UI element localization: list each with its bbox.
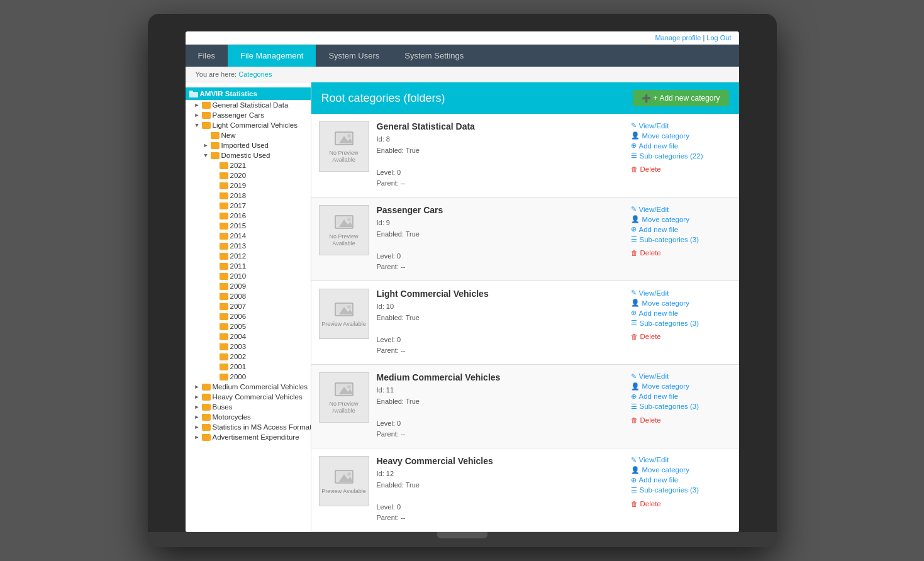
sub-categories-link[interactable]: ☰Sub-categories (3) — [631, 319, 732, 327]
sidebar-item[interactable]: 2003 — [186, 342, 311, 352]
sidebar-item[interactable]: ►Buses — [186, 402, 311, 412]
folder-icon — [202, 394, 211, 401]
view-edit-link[interactable]: ✎View/Edit — [631, 456, 732, 464]
sidebar-item-label: 2013 — [230, 242, 247, 250]
sidebar-item[interactable]: ►Statistics in MS Access Format — [186, 422, 311, 432]
sidebar-item[interactable]: 2021 — [186, 160, 311, 170]
sidebar-item[interactable]: ►Motorcycles — [186, 412, 311, 422]
sidebar-item-label: 2020 — [230, 172, 247, 179]
move-category-link[interactable]: 👤Move category — [631, 215, 732, 223]
action-label: Move category — [642, 382, 689, 390]
category-actions: ✎View/Edit👤Move category⊕Add new file☰Su… — [631, 205, 732, 257]
category-name: Passenger Cars — [377, 205, 623, 215]
breadcrumb-link[interactable]: Categories — [238, 70, 272, 78]
tree-arrow-icon: ► — [194, 404, 202, 410]
action-icon: ✎ — [631, 456, 637, 464]
sidebar-item[interactable]: 2017 — [186, 201, 311, 211]
action-icon: ✎ — [631, 205, 637, 213]
add-category-button[interactable]: ➕ + Add new category — [633, 90, 729, 106]
folder-icon — [211, 142, 220, 149]
table-row: Preview Available Heavy Commercial Vehic… — [311, 448, 739, 532]
add-file-link[interactable]: ⊕Add new file — [631, 309, 732, 317]
view-edit-link[interactable]: ✎View/Edit — [631, 372, 732, 380]
move-category-link[interactable]: 👤Move category — [631, 382, 732, 391]
sub-categories-link[interactable]: ☰Sub-categories (3) — [631, 403, 732, 411]
folder-icon — [220, 162, 228, 169]
tree-arrow-icon: ► — [194, 414, 202, 420]
trash-icon: 🗑 — [631, 249, 638, 257]
sidebar-item[interactable]: 2019 — [186, 181, 311, 191]
sidebar-item[interactable]: 2013 — [186, 241, 311, 251]
trash-icon: 🗑 — [631, 165, 638, 173]
preview-label: No Preview Available — [320, 401, 369, 414]
action-icon: ☰ — [631, 235, 637, 243]
sidebar-item-label: 2000 — [230, 373, 247, 380]
sidebar-item[interactable]: ►Passenger Cars — [186, 110, 311, 120]
sidebar-item[interactable]: 2006 — [186, 311, 311, 321]
sidebar-item[interactable]: 2001 — [186, 362, 311, 372]
manage-profile-link[interactable]: Manage profile — [655, 34, 701, 42]
view-edit-link[interactable]: ✎View/Edit — [631, 289, 732, 297]
preview-box: No Preview Available — [319, 372, 369, 423]
sidebar-item[interactable]: 2004 — [186, 331, 311, 342]
sub-categories-link[interactable]: ☰Sub-categories (3) — [631, 486, 732, 494]
add-file-link[interactable]: ⊕Add new file — [631, 392, 732, 401]
add-file-link[interactable]: ⊕Add new file — [631, 476, 732, 484]
sidebar-item[interactable]: ►Imported Used — [186, 140, 311, 150]
sidebar-item[interactable]: ►Heavy Commercial Vehicles — [186, 392, 311, 402]
delete-link[interactable]: 🗑Delete — [631, 333, 732, 340]
view-edit-link[interactable]: ✎View/Edit — [631, 121, 732, 130]
add-file-link[interactable]: ⊕Add new file — [631, 225, 732, 233]
sidebar-item-label: Light Commercial Vehicles — [213, 121, 298, 129]
sidebar-item-label: 2010 — [230, 272, 247, 280]
sidebar-item[interactable]: New — [186, 130, 311, 140]
tree-arrow-icon: ► — [194, 112, 202, 118]
nav-tab-file-management[interactable]: File Management — [228, 45, 316, 67]
nav-tab-system-settings[interactable]: System Settings — [392, 45, 476, 67]
action-icon: 👤 — [631, 131, 640, 140]
action-label: Add new file — [639, 226, 679, 233]
folder-icon — [220, 273, 228, 280]
sidebar-item[interactable]: 2016 — [186, 211, 311, 221]
sub-categories-link[interactable]: ☰Sub-categories (3) — [631, 235, 732, 243]
sidebar-item[interactable]: ►Medium Commercial Vehicles — [186, 382, 311, 392]
folder-icon — [202, 384, 211, 391]
move-category-link[interactable]: 👤Move category — [631, 466, 732, 474]
sidebar-item[interactable]: 2007 — [186, 301, 311, 311]
sub-categories-link[interactable]: ☰Sub-categories (22) — [631, 152, 732, 160]
move-category-link[interactable]: 👤Move category — [631, 131, 732, 140]
move-category-link[interactable]: 👤Move category — [631, 299, 732, 307]
sidebar-item[interactable]: 2011 — [186, 261, 311, 271]
sidebar-item[interactable]: 2000 — [186, 372, 311, 382]
preview-box: Preview Available — [319, 289, 369, 339]
sidebar-item[interactable]: 2005 — [186, 321, 311, 331]
logout-link[interactable]: Log Out — [706, 34, 731, 42]
delete-link[interactable]: 🗑Delete — [631, 500, 732, 508]
sidebar-item[interactable]: ▼Domestic Used — [186, 150, 311, 160]
sidebar-item[interactable]: 2015 — [186, 221, 311, 231]
trash-icon: 🗑 — [631, 500, 638, 508]
sidebar-item[interactable]: ►Advertisement Expenditure — [186, 432, 311, 442]
sidebar-root[interactable]: AMVIR Statistics — [186, 87, 311, 100]
sidebar-item[interactable]: 2002 — [186, 352, 311, 362]
sidebar-item[interactable]: 2014 — [186, 231, 311, 241]
sidebar-item[interactable]: 2009 — [186, 281, 311, 291]
tree-arrow-icon: ► — [203, 142, 211, 148]
view-edit-link[interactable]: ✎View/Edit — [631, 205, 732, 213]
sidebar-item-label: 2019 — [230, 182, 247, 189]
sidebar-item[interactable]: ▼Light Commercial Vehicles — [186, 120, 311, 130]
delete-link[interactable]: 🗑Delete — [631, 416, 732, 424]
sidebar-item[interactable]: 2008 — [186, 291, 311, 301]
nav-tab-files[interactable]: Files — [186, 45, 228, 67]
add-file-link[interactable]: ⊕Add new file — [631, 142, 732, 150]
nav-tab-system-users[interactable]: System Users — [316, 45, 392, 67]
sidebar-item[interactable]: ►General Statistical Data — [186, 100, 311, 110]
sidebar-item[interactable]: 2018 — [186, 191, 311, 201]
sidebar-item[interactable]: 2012 — [186, 251, 311, 261]
delete-link[interactable]: 🗑Delete — [631, 249, 732, 257]
action-icon: 👤 — [631, 466, 640, 474]
action-icon: ⊕ — [631, 392, 637, 401]
delete-link[interactable]: 🗑Delete — [631, 165, 732, 173]
sidebar-item[interactable]: 2020 — [186, 170, 311, 181]
sidebar-item[interactable]: 2010 — [186, 271, 311, 281]
